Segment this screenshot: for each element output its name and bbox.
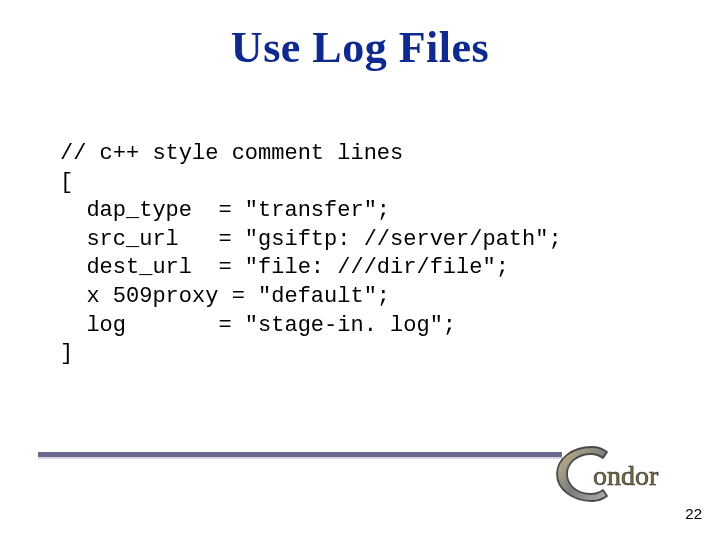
code-block: // c++ style comment lines [ dap_type = … — [60, 140, 562, 369]
page-number: 22 — [685, 505, 702, 522]
condor-logo-icon: ondor — [548, 441, 690, 506]
slide: Use Log Files // c++ style comment lines… — [0, 0, 720, 540]
svg-text:ondor: ondor — [593, 460, 659, 491]
slide-title: Use Log Files — [0, 22, 720, 73]
divider-icon — [38, 452, 562, 457]
